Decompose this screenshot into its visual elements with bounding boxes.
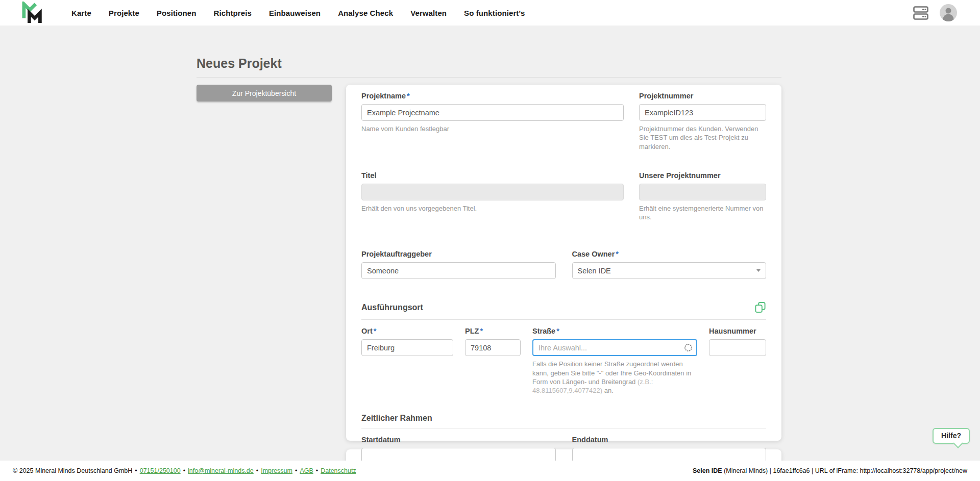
separator: • — [256, 467, 258, 474]
projektname-input[interactable] — [361, 104, 624, 121]
case-owner-select[interactable]: Selen IDE — [572, 262, 767, 279]
server-icon[interactable] — [913, 6, 928, 20]
projektname-label: Projektname — [361, 92, 406, 100]
zeitlicher-rahmen-heading: Zeitlicher Rahmen — [361, 414, 432, 423]
projektnummer-label: Projektnummer — [639, 92, 766, 100]
titel-label: Titel — [361, 171, 624, 180]
title-divider — [197, 77, 781, 78]
footer-session-info: Selen IDE (Mineral Minds) | 16fae1ffc6a6… — [693, 467, 967, 474]
hausnummer-input[interactable] — [709, 339, 766, 356]
footer-copyright: © 2025 Mineral Minds Deutschland GmbH — [13, 467, 132, 474]
ort-label: Ort — [361, 327, 373, 335]
projektauftraggeber-input[interactable] — [361, 262, 556, 279]
section-divider — [361, 319, 766, 320]
startdatum-label: Startdatum — [361, 436, 556, 444]
field-unsere-projektnummer: Unsere Projektnummer Erhält eine systemg… — [639, 171, 766, 222]
unsere-projektnummer-input — [639, 184, 766, 200]
field-hausnummer: Hausnummer — [709, 327, 766, 395]
enddatum-label: Enddatum — [572, 436, 767, 444]
user-avatar[interactable] — [940, 4, 957, 21]
help-button[interactable]: Hilfe? — [933, 428, 970, 444]
plz-input[interactable] — [465, 339, 521, 356]
footer-link-impressum[interactable]: Impressum — [261, 467, 292, 474]
nav-item-positionen[interactable]: Positionen — [157, 9, 197, 17]
separator: • — [295, 467, 297, 474]
nav-item-karte[interactable]: Karte — [71, 9, 91, 17]
titel-help: Erhält den von uns vorgegebenen Titel. — [361, 204, 624, 213]
nav-item-analyse-check[interactable]: Analyse Check — [338, 9, 393, 17]
unsere-projektnummer-label: Unsere Projektnummer — [639, 171, 766, 180]
hausnummer-label: Hausnummer — [709, 327, 766, 335]
footer-link-phone[interactable]: 07151/250100 — [140, 467, 181, 474]
required-marker: * — [480, 327, 483, 335]
chevron-down-icon — [756, 269, 761, 272]
footer: © 2025 Mineral Minds Deutschland GmbH • … — [0, 461, 980, 481]
footer-link-email[interactable]: info@mineral-minds.de — [188, 467, 254, 474]
required-marker: * — [616, 250, 619, 258]
nav-item-so-funktionierts[interactable]: So funktioniert's — [464, 9, 525, 17]
projektnummer-help: Projektnummer des Kunden. Verwenden Sie … — [639, 124, 766, 151]
nav-item-einbauweisen[interactable]: Einbauweisen — [269, 9, 321, 17]
field-projektauftraggeber: Projektauftraggeber — [361, 250, 556, 279]
section-divider — [361, 428, 766, 428]
zur-projektuebersicht-button[interactable]: Zur Projektübersicht — [197, 85, 332, 102]
separator: • — [316, 467, 318, 474]
projektnummer-input[interactable] — [639, 104, 766, 121]
separator: • — [183, 467, 185, 474]
footer-link-agb[interactable]: AGB — [300, 467, 313, 474]
projektname-help: Name vom Kunden festlegbar — [361, 124, 624, 133]
project-form-card: Projektname* Name vom Kunden festlegbar … — [346, 85, 781, 441]
field-plz: PLZ* — [465, 327, 521, 395]
mineral-minds-logo-icon[interactable] — [20, 2, 46, 24]
field-strasse: Straße* Falls die Position keiner Straße… — [532, 327, 697, 395]
projektauftraggeber-label: Projektauftraggeber — [361, 250, 556, 258]
case-owner-label: Case Owner — [572, 250, 615, 258]
field-startdatum: Startdatum — [361, 436, 556, 461]
ort-input[interactable] — [361, 339, 453, 356]
page-body: Neues Projekt Zur Projektübersicht Proje… — [0, 26, 980, 461]
nav-item-verwalten[interactable]: Verwalten — [410, 9, 447, 17]
page-title: Neues Projekt — [197, 56, 781, 71]
required-marker: * — [407, 92, 410, 100]
enddatum-input[interactable] — [572, 448, 767, 461]
field-ort: Ort* — [361, 327, 453, 395]
field-projektnummer: Projektnummer Projektnummer des Kunden. … — [639, 92, 766, 151]
strasse-label: Straße — [532, 327, 555, 335]
required-marker: * — [374, 327, 377, 335]
startdatum-input[interactable] — [361, 448, 556, 461]
field-projektname: Projektname* Name vom Kunden festlegbar — [361, 92, 624, 151]
required-marker: * — [556, 327, 559, 335]
field-case-owner: Case Owner* Selen IDE — [572, 250, 767, 279]
top-navbar: Karte Projekte Positionen Richtpreis Ein… — [0, 0, 980, 26]
footer-link-datenschutz[interactable]: Datenschutz — [321, 467, 356, 474]
loading-spinner-icon — [684, 344, 692, 351]
plz-label: PLZ — [465, 327, 479, 335]
unsere-projektnummer-help: Erhält eine systemgenerierte Nummer von … — [639, 204, 766, 222]
footer-user: Selen IDE — [693, 467, 722, 474]
ausfuehrungsort-heading: Ausführungsort — [361, 303, 423, 312]
separator: • — [135, 467, 137, 474]
nav-item-richtpreis[interactable]: Richtpreis — [214, 9, 252, 17]
field-titel: Titel Erhält den von uns vorgegebenen Ti… — [361, 171, 624, 222]
main-nav: Karte Projekte Positionen Richtpreis Ein… — [71, 9, 525, 17]
field-enddatum: Enddatum — [572, 436, 767, 461]
strasse-input[interactable] — [532, 339, 697, 356]
nav-item-projekte[interactable]: Projekte — [109, 9, 139, 17]
strasse-help: Falls die Position keiner Straße zugeord… — [532, 360, 697, 395]
titel-input — [361, 184, 624, 200]
copy-location-button[interactable] — [754, 301, 766, 313]
copy-icon — [754, 301, 766, 313]
case-owner-value: Selen IDE — [578, 267, 611, 275]
header-actions — [913, 4, 957, 21]
